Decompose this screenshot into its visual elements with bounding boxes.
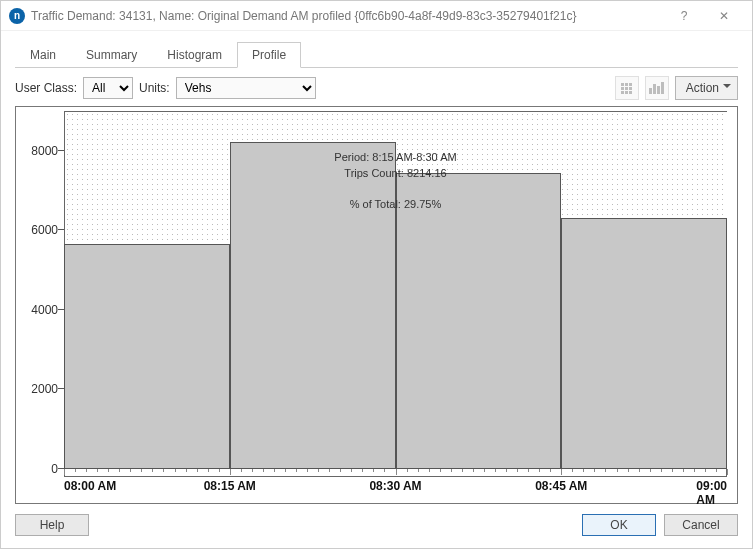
- cancel-button[interactable]: Cancel: [664, 514, 738, 536]
- y-tick-label: 2000: [30, 382, 64, 396]
- x-tick-label: 09:00 AM: [696, 469, 727, 507]
- bars-icon: [649, 82, 664, 94]
- units-label: Units:: [139, 81, 170, 95]
- tab-bar: Main Summary Histogram Profile: [15, 41, 738, 68]
- tab-profile[interactable]: Profile: [237, 42, 301, 68]
- plot-area: 0200040006000800008:00 AM08:15 AM08:30 A…: [64, 111, 727, 469]
- titlebar-close-button[interactable]: ✕: [704, 1, 744, 31]
- y-tick-label: 4000: [30, 303, 64, 317]
- ok-button[interactable]: OK: [582, 514, 656, 536]
- units-select[interactable]: Vehs: [176, 77, 316, 99]
- view-bars-button: [645, 76, 669, 100]
- chart-bar[interactable]: [64, 244, 230, 469]
- toolbar: User Class: All Units: Vehs Action: [15, 76, 738, 100]
- chart-bar[interactable]: [230, 142, 396, 469]
- close-icon: ✕: [719, 9, 729, 23]
- chart-frame: 0200040006000800008:00 AM08:15 AM08:30 A…: [15, 106, 738, 504]
- dialog-content: Main Summary Histogram Profile User Clas…: [1, 31, 752, 548]
- view-grid-button: [615, 76, 639, 100]
- dialog-window: n Traffic Demand: 34131, Name: Original …: [0, 0, 753, 549]
- chart-bar[interactable]: [561, 218, 727, 469]
- y-tick-label: 6000: [30, 223, 64, 237]
- titlebar: n Traffic Demand: 34131, Name: Original …: [1, 1, 752, 31]
- y-tick-label: 8000: [30, 144, 64, 158]
- dialog-footer: Help OK Cancel: [15, 504, 738, 536]
- titlebar-help-button[interactable]: ?: [664, 1, 704, 31]
- action-menu-label: Action: [686, 81, 719, 95]
- help-button[interactable]: Help: [15, 514, 89, 536]
- question-icon: ?: [681, 9, 688, 23]
- chart-bar[interactable]: [396, 173, 562, 469]
- user-class-select[interactable]: All: [83, 77, 133, 99]
- action-menu-button[interactable]: Action: [675, 76, 738, 100]
- grid-icon: [621, 83, 632, 94]
- tab-summary[interactable]: Summary: [71, 42, 152, 68]
- app-icon: n: [9, 8, 25, 24]
- y-tick-label: 0: [30, 462, 64, 476]
- window-title: Traffic Demand: 34131, Name: Original De…: [31, 9, 664, 23]
- tab-main[interactable]: Main: [15, 42, 71, 68]
- user-class-label: User Class:: [15, 81, 77, 95]
- x-tick-label: 08:00 AM: [64, 469, 116, 493]
- tab-histogram[interactable]: Histogram: [152, 42, 237, 68]
